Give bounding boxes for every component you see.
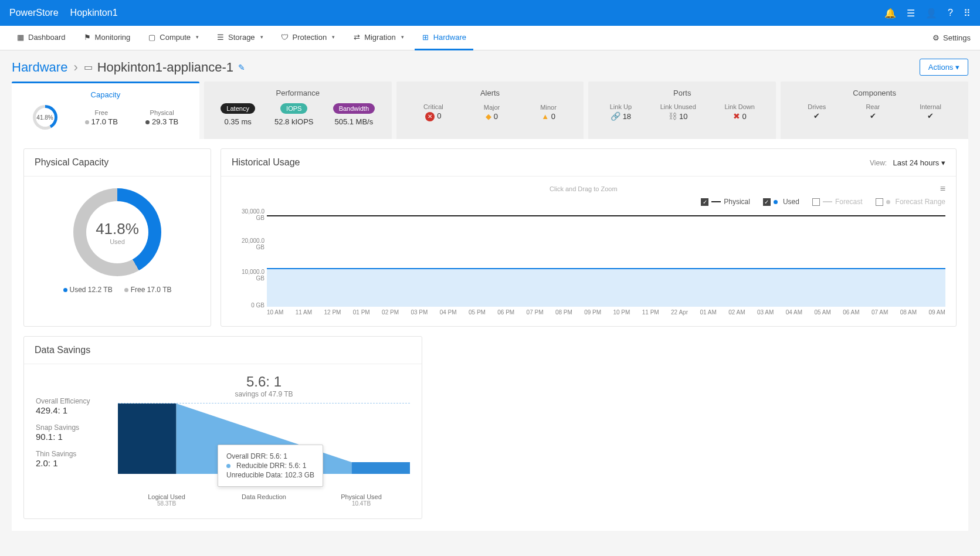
card-title: Historical Usage bbox=[232, 157, 300, 168]
apps-icon[interactable]: ⠿ bbox=[964, 8, 971, 19]
historical-usage-card: Historical Usage View: Last 24 hours ▾ C… bbox=[221, 148, 957, 327]
migration-icon: ⇄ bbox=[352, 33, 361, 41]
savings-ratio: 5.6: 1 bbox=[118, 374, 410, 390]
svg-rect-0 bbox=[118, 404, 177, 474]
storage-icon: ☰ bbox=[216, 33, 225, 41]
free-stat: Free17.0 TB bbox=[85, 109, 118, 126]
menu-storage[interactable]: ☰Storage bbox=[209, 26, 270, 50]
help-icon[interactable]: ? bbox=[948, 8, 953, 18]
linkdown-stat: Link Down✖0 bbox=[724, 103, 754, 121]
logical-used-label: Logical Used58.3TB bbox=[118, 493, 215, 507]
jobs-icon[interactable]: ☰ bbox=[907, 8, 915, 19]
check-icon: ✔ bbox=[920, 111, 941, 120]
settings-link[interactable]: ⚙Settings bbox=[932, 33, 971, 42]
drives-stat: Drives✔ bbox=[808, 103, 826, 120]
historical-chart[interactable]: 30,000.0 GB 20,000.0 GB 10,000.0 GB 0 GB bbox=[267, 213, 945, 307]
zoom-hint: Click and Drag to Zoom bbox=[232, 185, 935, 192]
tab-components[interactable]: Components Drives✔ Rear✔ Internal✔ bbox=[781, 82, 968, 139]
appliance-icon: ▭ bbox=[84, 62, 93, 73]
compute-icon: ▢ bbox=[148, 33, 156, 41]
rear-stat: Rear✔ bbox=[866, 103, 880, 120]
legend-used: Used 12.2 TB bbox=[63, 286, 113, 294]
physical-used-label: Physical Used10.4TB bbox=[313, 493, 410, 507]
internal-stat: Internal✔ bbox=[920, 103, 941, 120]
check-icon: ✔ bbox=[808, 111, 826, 120]
overall-efficiency: Overall Efficiency429.4: 1 bbox=[36, 397, 106, 415]
thin-savings: Thin Savings2.0: 1 bbox=[36, 450, 106, 468]
legend-free: Free 17.0 TB bbox=[124, 286, 172, 294]
tab-alerts[interactable]: Alerts Critical✕0 Major◆ 0 Minor▲ 0 bbox=[396, 82, 584, 139]
card-title: Physical Capacity bbox=[24, 149, 211, 177]
breadcrumb: Hardware › ▭ Hopkinton1-appliance-1 ✎ bbox=[12, 60, 245, 75]
chevron-right-icon: › bbox=[73, 60, 77, 75]
savings-subtext: savings of 47.9 TB bbox=[118, 390, 410, 398]
major-icon: ◆ bbox=[486, 112, 491, 121]
iops-stat: IOPS52.8 kIOPS bbox=[274, 103, 313, 126]
physical-line bbox=[267, 215, 945, 216]
legend-forecast-range[interactable]: Forecast Range bbox=[876, 198, 945, 206]
snap-savings: Snap Savings90.1: 1 bbox=[36, 423, 106, 442]
cluster-name[interactable]: Hopkinton1 bbox=[70, 8, 118, 18]
check-icon: ✔ bbox=[866, 111, 880, 120]
monitoring-icon: ⚑ bbox=[83, 33, 91, 41]
savings-tooltip: Overall DRR: 5.6: 1 Reducible DRR: 5.6: … bbox=[218, 445, 323, 487]
critical-icon: ✕ bbox=[425, 112, 435, 121]
brand: PowerStore bbox=[9, 8, 59, 18]
breadcrumb-current: ▭ Hopkinton1-appliance-1 ✎ bbox=[84, 60, 245, 75]
data-reduction-label: Data Reduction bbox=[215, 493, 313, 507]
linkunused-stat: Link Unused⛓10 bbox=[660, 103, 696, 121]
legend-used[interactable]: ✓Used bbox=[763, 198, 799, 206]
critical-stat: Critical✕0 bbox=[423, 103, 443, 121]
menubar: ▦Dashboard ⚑Monitoring ▢Compute ☰Storage… bbox=[0, 26, 980, 50]
x-axis: 10 AM11 AM12 PM01 PM02 PM03 PM04 PM05 PM… bbox=[267, 309, 945, 316]
menu-protection[interactable]: 🛡Protection bbox=[274, 26, 343, 50]
bandwidth-stat: Bandwidth505.1 MB/s bbox=[333, 103, 375, 126]
link-unused-icon: ⛓ bbox=[669, 111, 677, 121]
tab-performance[interactable]: Performance Latency0.35 ms IOPS52.8 kIOP… bbox=[204, 82, 392, 139]
capacity-donut: 41.8% Used bbox=[73, 188, 161, 276]
savings-funnel-chart: Overall DRR: 5.6: 1 Reducible DRR: 5.6: … bbox=[118, 403, 410, 491]
chart-menu-icon[interactable]: ≡ bbox=[940, 184, 945, 194]
menu-monitoring[interactable]: ⚑Monitoring bbox=[76, 26, 138, 50]
menu-migration[interactable]: ⇄Migration bbox=[345, 26, 411, 50]
topbar: PowerStore Hopkinton1 🔔 ☰ 👤 ? ⠿ bbox=[0, 0, 980, 26]
link-up-icon: 🔗 bbox=[611, 111, 620, 121]
minor-stat: Minor▲ 0 bbox=[540, 104, 557, 121]
physical-capacity-card: Physical Capacity 41.8% Used Used 12.2 T… bbox=[23, 148, 211, 327]
major-stat: Major◆ 0 bbox=[484, 104, 500, 121]
used-area bbox=[267, 268, 945, 307]
menu-compute[interactable]: ▢Compute bbox=[141, 26, 206, 50]
bell-icon[interactable]: 🔔 bbox=[884, 8, 896, 19]
legend-forecast[interactable]: Forecast bbox=[812, 198, 863, 206]
legend-physical[interactable]: ✓Physical bbox=[701, 198, 750, 206]
protection-icon: 🛡 bbox=[281, 33, 289, 41]
data-savings-card: Data Savings Overall Efficiency429.4: 1 … bbox=[23, 336, 422, 519]
hardware-icon: ⊞ bbox=[422, 33, 430, 41]
card-title: Data Savings bbox=[24, 337, 422, 364]
svg-rect-2 bbox=[351, 462, 410, 474]
latency-stat: Latency0.35 ms bbox=[221, 103, 255, 126]
capacity-mini-donut: 41.8% bbox=[33, 105, 57, 130]
breadcrumb-root[interactable]: Hardware bbox=[12, 60, 67, 75]
view-range-select[interactable]: Last 24 hours ▾ bbox=[893, 158, 945, 167]
dashboard-icon: ▦ bbox=[16, 33, 25, 41]
menu-dashboard[interactable]: ▦Dashboard bbox=[9, 26, 73, 50]
tab-ports[interactable]: Ports Link Up🔗18 Link Unused⛓10 Link Dow… bbox=[588, 82, 776, 139]
physical-stat: Physical29.3 TB bbox=[145, 109, 178, 126]
minor-icon: ▲ bbox=[541, 112, 549, 121]
menu-hardware[interactable]: ⊞Hardware bbox=[415, 26, 473, 50]
gear-icon: ⚙ bbox=[932, 33, 940, 42]
edit-icon[interactable]: ✎ bbox=[238, 63, 245, 72]
linkup-stat: Link Up🔗18 bbox=[610, 103, 632, 121]
actions-button[interactable]: Actions ▾ bbox=[920, 59, 968, 76]
user-icon[interactable]: 👤 bbox=[925, 8, 937, 19]
tab-capacity[interactable]: Capacity 41.8% Free17.0 TB Physical29.3 … bbox=[12, 82, 199, 139]
link-down-icon: ✖ bbox=[733, 111, 740, 121]
